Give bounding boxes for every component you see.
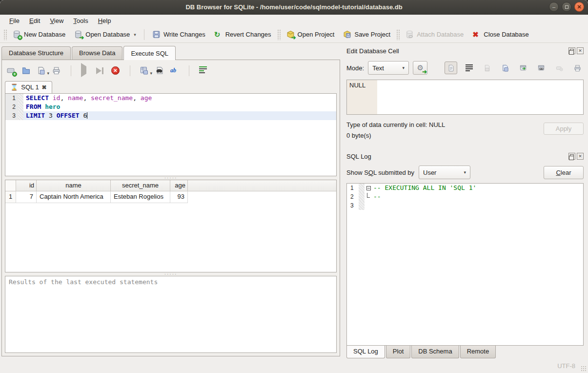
save-sql-dropdown-icon[interactable]: ▾ [47, 71, 49, 77]
attach-database-button: Attach Database [401, 28, 468, 41]
splitter-handle[interactable]: ····· [5, 176, 337, 180]
splitter-handle[interactable]: ····· [5, 272, 337, 276]
tab-browse-data[interactable]: Browse Data [72, 46, 122, 60]
dock-float-button[interactable] [568, 47, 575, 54]
sql-toolbar: + ▾ ✕ [5, 63, 337, 79]
find-button[interactable] [155, 66, 164, 75]
open-project-icon: ➜ [286, 30, 295, 39]
revert-changes-button[interactable]: ↻ Revert Changes [210, 28, 276, 41]
column-header-age[interactable]: age [170, 180, 188, 191]
export-cell-button[interactable] [499, 62, 511, 74]
sql1-tab[interactable]: ⌛ SQL 1 ✖ [5, 81, 52, 93]
fold-marker[interactable] [365, 184, 372, 192]
resize-grip[interactable] [581, 366, 587, 372]
log-text [372, 201, 583, 210]
save-sql-file-button[interactable]: ▾ [37, 66, 46, 75]
column-header-id[interactable]: id [16, 180, 37, 191]
mode-select[interactable]: Text ▾ [368, 61, 409, 75]
tab-remote[interactable]: Remote [460, 346, 496, 358]
save-results-dropdown-icon[interactable]: ▾ [150, 71, 152, 77]
arrow-icon: ➜ [422, 69, 427, 74]
open-sql-file-button[interactable] [22, 66, 31, 75]
tab-plot[interactable]: Plot [386, 346, 410, 358]
cell-name[interactable]: Captain North America [37, 191, 111, 203]
cell-age[interactable]: 93 [170, 191, 188, 203]
write-changes-button[interactable]: Write Changes [148, 28, 210, 41]
table-row[interactable]: 1 7 Captain North America Esteban Rogeli… [5, 191, 336, 203]
maximize-button[interactable] [562, 2, 571, 12]
log-text: -- [372, 192, 583, 201]
dock-float-button[interactable] [568, 153, 575, 160]
close-button[interactable]: ✕ [574, 2, 584, 12]
sql-log-view[interactable]: 1 -- EXECUTING ALL IN 'SQL 1' 2 -- 3 [346, 183, 584, 346]
cell-value-area[interactable] [377, 80, 583, 114]
cell-null-indicator: NULL [347, 80, 377, 114]
auto-complete-button[interactable]: ab [170, 66, 179, 75]
code-line: FROM hero [23, 103, 336, 111]
sql-log-title: SQL Log [346, 153, 371, 160]
toolbar-grip[interactable] [3, 29, 7, 40]
copy-link-button[interactable] [535, 62, 547, 74]
bottom-tab-bar: SQL Log Plot DB Schema Remote [346, 346, 584, 358]
column-header-secret-name[interactable]: secret_name [111, 180, 170, 191]
new-database-label: New Database [24, 31, 65, 38]
encoding-indicator[interactable]: UTF-8 [557, 362, 575, 370]
save-project-button[interactable]: Save Project [339, 28, 395, 41]
fold-line-icon [367, 193, 370, 198]
save-results-button[interactable]: ▾ [140, 66, 149, 75]
menu-tools[interactable]: Tools [69, 16, 92, 25]
auto-switch-mode-button[interactable]: ⚙ ➜ [413, 61, 427, 75]
new-database-button[interactable]: + New Database [8, 28, 70, 41]
menu-bar: File Edit View Tools Help [0, 15, 588, 26]
log-text: -- EXECUTING ALL IN 'SQL 1' [372, 184, 583, 192]
dock-close-button[interactable]: ✕ [577, 153, 584, 160]
menu-file[interactable]: File [5, 16, 24, 25]
main-toolbar: + New Database ➜ Open Database ▾ Write C… [0, 26, 588, 43]
minimize-button[interactable]: – [549, 2, 559, 12]
results-message-box: Results of the last executed statements [5, 276, 337, 353]
menu-view[interactable]: View [45, 16, 68, 25]
column-header-name[interactable]: name [37, 180, 111, 191]
toolbar-grip[interactable] [277, 29, 281, 40]
text-mode-button[interactable] [445, 62, 457, 74]
tab-execute-sql[interactable]: Execute SQL [123, 46, 176, 60]
cell-value-editor[interactable]: NULL [346, 80, 584, 115]
tab-sql-log[interactable]: SQL Log [346, 346, 385, 358]
format-sql-button[interactable] [199, 66, 208, 75]
title-bar: DB Browser for SQLite - /home/user/code/… [0, 0, 588, 15]
cell-secret-name[interactable]: Esteban Rogelios [111, 191, 170, 203]
sql-editor[interactable]: 1 SELECT id, name, secret_name, age 2 FR… [5, 93, 337, 176]
tab-database-structure[interactable]: Database Structure [1, 46, 71, 60]
toolbar-grip[interactable] [396, 29, 400, 40]
menu-help[interactable]: Help [94, 16, 116, 25]
sql1-tab-close-icon[interactable]: ✖ [42, 84, 47, 91]
open-project-button[interactable]: ➜ Open Project [282, 28, 339, 41]
marker-margin [359, 192, 365, 201]
write-changes-icon [152, 30, 161, 39]
save-project-label: Save Project [354, 31, 390, 38]
new-sql-tab-button[interactable]: + [7, 66, 16, 75]
menu-edit[interactable]: Edit [25, 16, 44, 25]
close-database-button[interactable]: ✖ Close Database [468, 28, 533, 41]
open-database-dropdown-icon[interactable]: ▾ [134, 32, 136, 39]
float-icon [570, 154, 574, 158]
import-cell-button [481, 62, 493, 74]
open-in-external-button[interactable] [517, 62, 529, 74]
stop-sql-button[interactable]: ✕ [111, 66, 120, 75]
chevron-down-icon: ▾ [464, 170, 466, 175]
left-pane: Database Structure Browse Data Execute S… [0, 43, 343, 358]
tab-db-schema[interactable]: DB Schema [411, 346, 459, 358]
cell-value-text: NULL [349, 82, 365, 89]
corner-header[interactable] [5, 180, 16, 191]
clear-button[interactable]: Clear [544, 166, 584, 179]
print-cell-button[interactable] [571, 62, 584, 74]
word-wrap-button[interactable] [463, 62, 475, 74]
row-number[interactable]: 1 [5, 191, 16, 203]
submitted-by-select[interactable]: User ▾ [419, 166, 470, 179]
open-database-button[interactable]: ➜ Open Database ▾ [70, 28, 141, 41]
print-button[interactable] [52, 66, 61, 75]
cell-id[interactable]: 7 [16, 191, 37, 203]
results-table[interactable]: id name secret_name age 1 7 Captain Nort… [5, 180, 337, 272]
dock-close-button[interactable]: ✕ [577, 47, 584, 54]
dock-close-icon: ✕ [578, 154, 582, 159]
